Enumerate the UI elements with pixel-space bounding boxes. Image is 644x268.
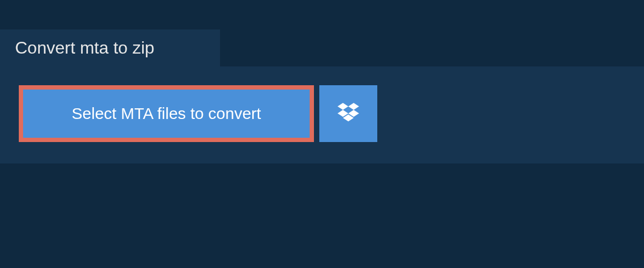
button-row: Select MTA files to convert: [19, 85, 625, 142]
select-files-label: Select MTA files to convert: [72, 105, 261, 123]
select-files-button[interactable]: Select MTA files to convert: [19, 85, 314, 142]
tab-title: Convert mta to zip: [15, 38, 155, 57]
tab-convert[interactable]: Convert mta to zip: [0, 29, 220, 66]
dropbox-button[interactable]: [319, 85, 377, 142]
converter-panel: Select MTA files to convert: [0, 66, 644, 163]
dropbox-icon: [338, 103, 359, 124]
